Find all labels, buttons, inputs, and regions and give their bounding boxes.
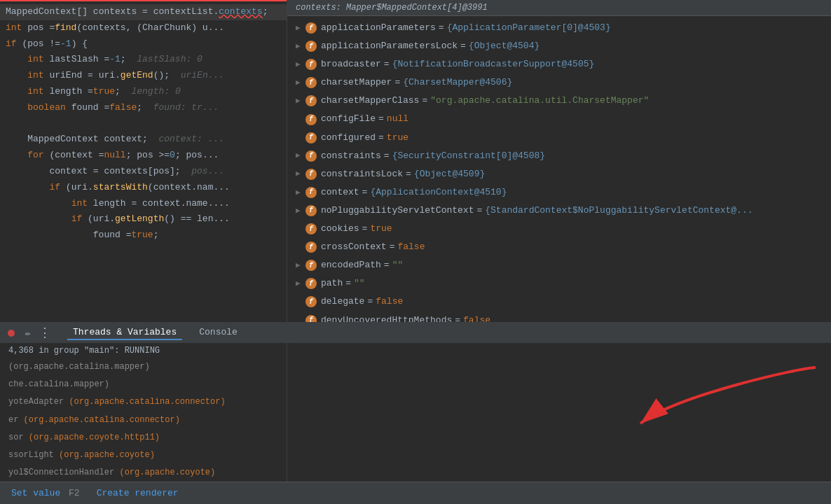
code-token: ; [263, 5, 268, 20]
var-item-denyUncoveredHttpMethods[interactable]: ▶ f denyUncoveredHttpMethods = false [287, 312, 831, 323]
var-item-applicationParameters[interactable]: ▶ f applicationParameters = {Application… [287, 19, 831, 37]
code-token: null [104, 148, 125, 163]
expand-arrow[interactable]: ▶ [296, 186, 303, 200]
var-name: constraintsLock [321, 167, 403, 182]
expand-arrow[interactable]: ▶ [296, 259, 303, 272]
var-item-context[interactable]: ▶ f context = {ApplicationContext@4510} [287, 183, 831, 202]
code-token: int [6, 21, 22, 36]
code-token: uriEnd = uri. [44, 69, 121, 83]
variables-panel: contexts: Mapper$MappedContext[4]@3991 ▶… [287, 0, 831, 322]
code-line: MappedContext [] contexts = contextList.… [0, 4, 287, 20]
create-renderer-button[interactable]: Create renderer [97, 488, 179, 498]
code-token: context; [99, 132, 159, 147]
code-token: ; [153, 228, 159, 243]
svg-point-0 [8, 330, 15, 337]
bottom-tabs-bar: ✏ ⋮ Threads & Variables Console [0, 323, 831, 343]
code-line: for (context = null ; pos >= 0 ; pos... [0, 148, 287, 164]
code-token: int [27, 69, 43, 83]
var-item-noPluggabilityServletContext[interactable]: ▶ f noPluggabilityServletContext = {Stan… [287, 202, 831, 220]
var-item-constraintsLock[interactable]: ▶ f constraintsLock = {Object@4509} [287, 165, 831, 183]
var-item-delegate[interactable]: ▶ f delegate = false [287, 293, 831, 311]
expand-arrow[interactable]: ▶ [296, 204, 303, 218]
var-item-configFile[interactable]: ▶ f configFile = null [287, 110, 831, 128]
variables-header: contexts: Mapper$MappedContext[4]@3991 [287, 0, 831, 16]
code-token: -1 [60, 37, 71, 52]
thread-text: ssorLight (org.apache.coyote) [8, 450, 155, 460]
thread-item[interactable]: yoteAdapter (org.apache.catalina.connect… [0, 393, 287, 411]
thread-item[interactable]: che.catalina.mapper) [0, 376, 287, 393]
bottom-content: 4,368 in group "main": RUNNING (org.apac… [0, 343, 831, 482]
tab-console[interactable]: Console [193, 326, 243, 340]
code-token: found = [66, 101, 109, 115]
code-content: MappedContext [] contexts = contextList.… [0, 1, 287, 322]
expand-arrow[interactable]: ▶ [296, 94, 303, 108]
code-token: pos... [191, 164, 224, 179]
code-token: ; pos... [175, 148, 219, 163]
var-item-configured[interactable]: ▶ f configured = true [287, 129, 831, 147]
code-token [6, 212, 71, 227]
expand-arrow[interactable]: ▶ [296, 58, 303, 71]
code-line: int length = true ; length: 0 [0, 84, 287, 100]
var-item-constraints[interactable]: ▶ f constraints = {SecurityConstraint[0]… [287, 147, 831, 165]
code-token: (uri. [82, 212, 115, 227]
expand-arrow[interactable]: ▶ [296, 76, 303, 90]
thread-item[interactable]: ssorLight (org.apache.coyote) [0, 447, 287, 464]
record-icon[interactable] [6, 328, 17, 339]
field-icon: f [305, 169, 317, 180]
field-icon: f [305, 59, 317, 70]
code-line: int uriEnd = uri. getEnd (); uriEn... [0, 68, 287, 84]
code-line: int length = context.name.... [0, 196, 287, 212]
thread-item[interactable]: er (org.apache.catalina.connector) [0, 412, 287, 429]
thread-item[interactable]: sor (org.apache.coyote.http11) [0, 429, 287, 447]
code-token: getLength [115, 212, 164, 227]
var-value: {CharsetMapper@4506} [403, 75, 512, 90]
thread-item[interactable]: (org.apache.catalina.mapper) [0, 358, 287, 376]
action-bar: Set value F2 Create renderer [0, 482, 831, 504]
var-item-charsetMapper[interactable]: ▶ f charsetMapper = {CharsetMapper@4506} [287, 74, 831, 92]
set-value-button[interactable]: Set value F2 [11, 488, 80, 498]
var-item-applicationParametersLock[interactable]: ▶ f applicationParametersLock = {Object@… [287, 37, 831, 55]
var-value: false [397, 239, 425, 255]
more-icon[interactable]: ⋮ [39, 328, 50, 339]
var-item-encodedPath[interactable]: ▶ f encodedPath = "" [287, 256, 831, 274]
expand-arrow[interactable]: ▶ [296, 40, 303, 53]
var-name: applicationParameters [321, 20, 436, 36]
code-line: if (uri. startsWith (context.nam... [0, 180, 287, 196]
var-item-path[interactable]: ▶ f path = "" [287, 274, 831, 293]
var-name: applicationParametersLock [321, 38, 458, 54]
code-line: MappedContext context; context: ... [0, 132, 287, 148]
var-value: "" [354, 276, 365, 291]
thread-item[interactable]: yol$ConnectionHandler (org.apache.coyote… [0, 464, 287, 482]
expand-arrow[interactable]: ▶ [296, 149, 303, 162]
code-token: uriEn... [181, 69, 224, 83]
var-name: context [321, 185, 359, 200]
thread-text: sor (org.apache.coyote.http11) [8, 433, 160, 442]
code-editor-panel: MappedContext [] contexts = contextList.… [0, 0, 287, 322]
var-name: broadcaster [321, 57, 381, 72]
var-item-broadcaster[interactable]: ▶ f broadcaster = {NotificationBroadcast… [287, 55, 831, 74]
field-icon: f [305, 95, 317, 106]
code-token: ; pos >= [126, 148, 170, 163]
tab-threads-variables[interactable]: Threads & Variables [67, 326, 182, 340]
code-token: startsWith [93, 181, 148, 195]
variables-list[interactable]: ▶ f applicationParameters = {Application… [287, 16, 831, 322]
field-icon: f [305, 77, 317, 88]
var-item-crossContext[interactable]: ▶ f crossContext = false [287, 238, 831, 256]
code-token [6, 197, 71, 211]
var-name: configFile [321, 111, 376, 127]
code-line: found = true ; [0, 227, 287, 244]
expand-arrow[interactable]: ▶ [296, 22, 303, 35]
expand-arrow[interactable]: ▶ [296, 277, 303, 290]
field-icon: f [305, 223, 317, 234]
expand-arrow[interactable]: ▶ [296, 167, 303, 181]
thread-text: (org.apache.catalina.mapper) [8, 362, 150, 372]
var-item-charsetMapperClass[interactable]: ▶ f charsetMapperClass = "org.apache.cat… [287, 92, 831, 110]
var-name: configured [321, 130, 376, 146]
code-token: lastSlash = [44, 52, 110, 67]
var-value: true [370, 221, 392, 237]
code-token: if [49, 181, 60, 195]
var-value: {Object@4504} [469, 38, 540, 54]
edit-icon[interactable]: ✏ [22, 328, 34, 339]
var-item-cookies[interactable]: ▶ f cookies = true [287, 220, 831, 238]
code-token: if [71, 212, 83, 227]
